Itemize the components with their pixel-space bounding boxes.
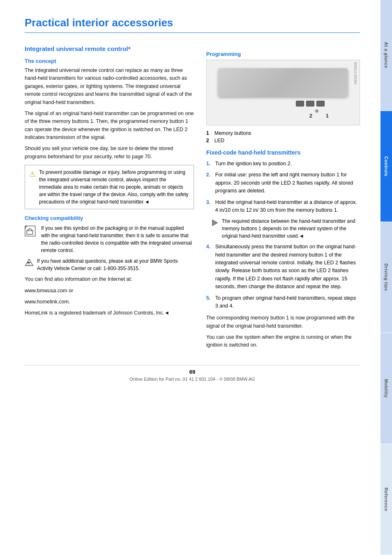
page-title: Practical interior accessories [25, 16, 360, 33]
step-1-num: 1. [206, 160, 213, 168]
warning-text: To prevent possible damage or injury, be… [39, 169, 189, 206]
programming-image: 2 1 WW12-D53M [206, 60, 360, 125]
info-triangle-icon [25, 258, 34, 267]
step-4: 4. Simultaneously press the transmit but… [206, 243, 360, 291]
step-3: 3. Hold the original hand-held transmitt… [206, 199, 360, 215]
tab-strip: At a glance Controls Driving tips Mobili… [380, 0, 392, 555]
step-5-num: 5. [206, 294, 213, 310]
step-5-text: To program other original hand-held tran… [215, 294, 360, 310]
page-footer: 69 Online Edition for Part no. 01 41 2 6… [25, 365, 360, 382]
compat-symbol-block: If you see this symbol on the packaging … [25, 224, 194, 254]
internet-line-1: You can find also information on the Int… [25, 275, 194, 283]
sub-heading-checking: Checking compatibility [25, 215, 194, 221]
programming-heading: Programming [206, 51, 360, 57]
internet-line-4: HomeLink is a registered trademark of Jo… [25, 309, 194, 317]
concept-para-3: Should you sell your vehicle one day, be… [25, 145, 194, 161]
page-number: 69 [25, 369, 360, 375]
section-heading-integrated: Integrated universal remote control* [25, 45, 194, 52]
svg-marker-3 [27, 229, 32, 234]
step-4-num: 4. [206, 243, 213, 291]
warning-icon: ⚠ [29, 169, 36, 206]
step-1: 1. Turn the ignition key to position 2. [206, 160, 360, 168]
step-note-text: The required distance between the hand-h… [222, 217, 360, 240]
step-info-triangle-icon [210, 218, 219, 227]
fixed-code-heading: Fixed-code hand-held transmitters [206, 149, 360, 156]
warning-box: ⚠ To prevent possible damage or injury, … [25, 165, 194, 209]
step-5: 5. To program other original hand-held t… [206, 294, 360, 310]
legend-item-2: 2 LED [206, 138, 360, 143]
closing-para-1: The corresponding memory button 1 is now… [206, 314, 360, 330]
concept-para-1: The integrated universal remote control … [25, 67, 194, 106]
concept-para-2: The signal of an original hand-held tran… [25, 110, 194, 142]
steps-list: 1. Turn the ignition key to position 2. … [206, 160, 360, 310]
legend-text-2: LED [214, 138, 224, 143]
homelink-icon [25, 225, 38, 237]
legend-num-2: 2 [206, 138, 212, 143]
internet-line-3: www.homelink.com. [25, 298, 194, 306]
step-1-text: Turn the ignition key to position 2. [215, 160, 292, 168]
sub-heading-concept: The concept [25, 58, 194, 64]
tab-mobility[interactable]: Mobility [380, 333, 392, 444]
step-2-text: For initial use: press the left and righ… [215, 171, 360, 195]
step-4-text: Simultaneously press the transmit button… [215, 243, 360, 291]
tab-driving-tips[interactable]: Driving tips [380, 222, 392, 333]
step-2-num: 2. [206, 171, 213, 195]
svg-rect-0 [25, 226, 35, 236]
tab-reference[interactable]: Reference [380, 444, 392, 555]
step-3-text: Hold the original hand-held transmitter … [215, 199, 360, 215]
closing-para-2: You can use the system when the engine i… [206, 333, 360, 349]
legend-num-1: 1 [206, 130, 212, 136]
tab-at-a-glance[interactable]: At a glance [380, 0, 392, 111]
step-2: 2. For initial use: press the left and r… [206, 171, 360, 195]
legend-text-1: Memory buttons [214, 130, 251, 136]
mirror-graphic [218, 68, 348, 97]
legend: 1 Memory buttons 2 LED [206, 130, 360, 143]
step-info-box: The required distance between the hand-h… [210, 217, 360, 240]
svg-marker-4 [27, 229, 32, 231]
step-3-num: 3. [206, 199, 213, 215]
tab-controls[interactable]: Controls [380, 111, 392, 222]
info-box-questions: If you have additional questions, please… [25, 257, 194, 272]
compat-text: If you see this symbol on the packaging … [41, 224, 194, 254]
footer-text: Online Edition for Part no. 01 41 2 601 … [25, 377, 360, 382]
step-note: The required distance between the hand-h… [210, 217, 360, 240]
svg-marker-10 [212, 220, 217, 226]
left-column: Integrated universal remote control* The… [25, 45, 194, 353]
svg-point-7 [29, 264, 30, 265]
info-text: If you have additional questions, please… [37, 257, 194, 272]
internet-line-2: www.bmwusa.com or [25, 287, 194, 295]
legend-item-1: 1 Memory buttons [206, 130, 360, 136]
right-column: Programming 2 1 WW12-D53 [206, 45, 360, 353]
